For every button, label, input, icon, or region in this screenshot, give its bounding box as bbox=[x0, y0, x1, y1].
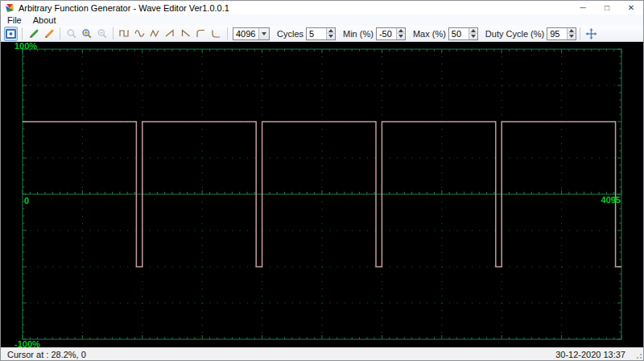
maximize-button[interactable]: □ bbox=[595, 1, 619, 15]
wave-display-button[interactable] bbox=[4, 27, 18, 41]
points-combobox-value: 4096 bbox=[233, 28, 258, 39]
exp-rise-wave-icon bbox=[196, 28, 206, 39]
ramp-down-wave-icon bbox=[180, 28, 191, 39]
chevron-up-icon bbox=[569, 29, 574, 32]
y-max-label: 100% bbox=[14, 42, 37, 51]
min-label: Min (%) bbox=[343, 29, 374, 39]
zoom-in-icon bbox=[81, 28, 93, 39]
waveform-plot[interactable]: 100% 0 4095 -100% bbox=[1, 42, 643, 347]
chevron-up-icon bbox=[471, 29, 476, 32]
draw-pencil-green-button[interactable] bbox=[27, 27, 40, 41]
spin-down-button[interactable] bbox=[568, 33, 576, 39]
toolbar-separator bbox=[113, 27, 114, 39]
duty-cycle-label: Duty Cycle (%) bbox=[485, 29, 544, 39]
app-icon bbox=[5, 3, 14, 13]
window-controls: ─ □ ✕ bbox=[571, 1, 643, 15]
pencil-green-icon bbox=[28, 28, 39, 39]
max-spinner[interactable]: 50 bbox=[448, 27, 478, 40]
spin-down-button[interactable] bbox=[397, 33, 405, 39]
square-wave-button[interactable] bbox=[118, 27, 131, 41]
y-min-label: -100% bbox=[14, 339, 40, 347]
cycles-spin-buttons bbox=[326, 28, 335, 39]
zoom-in-button[interactable] bbox=[80, 27, 93, 41]
exp-fall-wave-button[interactable] bbox=[209, 27, 223, 41]
cursor-position-text: Cursor at : 28.2%, 0 bbox=[7, 350, 86, 359]
min-spinner[interactable]: -50 bbox=[376, 27, 406, 40]
title-bar[interactable]: Arbitrary Function Generator - Wave Edit… bbox=[1, 1, 643, 15]
chevron-down-icon bbox=[471, 35, 476, 38]
triangle-wave-icon bbox=[150, 28, 160, 39]
datetime-text: 30-12-2020 13:37 bbox=[555, 350, 637, 359]
chevron-up-icon bbox=[328, 29, 333, 32]
app-window: Arbitrary Function Generator - Wave Edit… bbox=[0, 0, 644, 361]
pan-move-button[interactable] bbox=[584, 27, 598, 41]
cycles-value[interactable]: 5 bbox=[307, 28, 326, 39]
min-spin-buttons bbox=[396, 28, 405, 39]
square-wave-icon bbox=[119, 28, 130, 39]
pencil-orange-icon bbox=[43, 28, 55, 39]
toolbar: 4096 Cycles 5 Min (%) -50 Max (%) 50 bbox=[1, 26, 643, 42]
x-start-label: 0 bbox=[24, 196, 29, 205]
window-title: Arbitrary Function Generator - Wave Edit… bbox=[19, 3, 229, 13]
duty-spin-buttons bbox=[567, 28, 576, 39]
draw-pencil-orange-button[interactable] bbox=[42, 27, 56, 41]
chevron-down-icon bbox=[398, 35, 403, 38]
max-spin-buttons bbox=[469, 28, 477, 39]
plot-grid bbox=[23, 49, 621, 339]
ramp-down-wave-button[interactable] bbox=[179, 27, 192, 41]
zoom-icon bbox=[66, 28, 77, 39]
triangle-wave-button[interactable] bbox=[148, 27, 162, 41]
chevron-down-icon bbox=[569, 35, 574, 38]
max-label: Max (%) bbox=[413, 29, 446, 39]
ramp-up-wave-icon bbox=[165, 28, 175, 39]
chevron-down-icon bbox=[262, 32, 266, 35]
chevron-up-icon bbox=[398, 29, 403, 32]
menu-bar: File About bbox=[1, 15, 643, 26]
wave-canvas[interactable]: 100% 0 4095 -100% bbox=[1, 42, 643, 347]
zoom-out-icon bbox=[97, 28, 108, 39]
toolbar-separator bbox=[227, 27, 228, 39]
resize-grip-icon[interactable] bbox=[635, 352, 642, 359]
menu-about[interactable]: About bbox=[27, 15, 62, 26]
spin-down-button[interactable] bbox=[327, 33, 335, 39]
ramp-up-wave-button[interactable] bbox=[163, 27, 177, 41]
sine-wave-icon bbox=[134, 28, 145, 39]
sine-wave-button[interactable] bbox=[133, 27, 147, 41]
toolbar-separator bbox=[22, 27, 23, 39]
pan-move-icon bbox=[585, 28, 597, 39]
exp-fall-wave-icon bbox=[211, 28, 221, 39]
combobox-dropdown-button[interactable] bbox=[258, 28, 269, 39]
minimize-button[interactable]: ─ bbox=[571, 1, 595, 15]
exp-rise-wave-button[interactable] bbox=[194, 27, 208, 41]
wave-display-icon bbox=[6, 29, 16, 39]
menu-file[interactable]: File bbox=[2, 15, 27, 26]
toolbar-separator bbox=[580, 27, 580, 39]
min-value[interactable]: -50 bbox=[377, 28, 396, 39]
duty-cycle-value[interactable]: 95 bbox=[547, 28, 567, 39]
zoom-out-button[interactable] bbox=[95, 27, 109, 41]
duty-cycle-spinner[interactable]: 95 bbox=[547, 27, 576, 40]
toolbar-separator bbox=[60, 27, 60, 39]
points-combobox[interactable]: 4096 bbox=[233, 27, 270, 40]
x-end-label: 4095 bbox=[601, 195, 621, 205]
cycles-spinner[interactable]: 5 bbox=[306, 27, 336, 40]
chevron-down-icon bbox=[328, 35, 333, 38]
status-bar: Cursor at : 28.2%, 0 30-12-2020 13:37 bbox=[1, 347, 643, 360]
zoom-button[interactable] bbox=[64, 27, 78, 41]
cycles-label: Cycles bbox=[277, 29, 303, 39]
spin-down-button[interactable] bbox=[469, 33, 477, 39]
max-value[interactable]: 50 bbox=[449, 28, 469, 39]
close-button[interactable]: ✕ bbox=[619, 1, 643, 15]
